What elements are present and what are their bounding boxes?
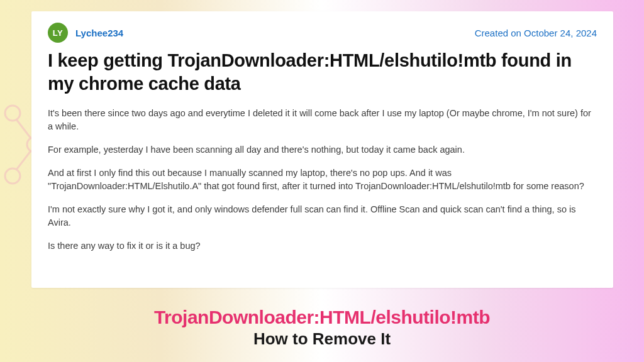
avatar[interactable]: LY [48, 23, 68, 43]
svg-line-3 [16, 119, 31, 138]
post-body: It's been there since two days ago and e… [48, 107, 597, 253]
post-paragraph: It's been there since two days ago and e… [48, 107, 597, 133]
banner-subtitle: How to Remove It [253, 329, 391, 349]
author-block: LY Lychee234 [48, 23, 123, 43]
post-paragraph: And at first I only find this out becaus… [48, 167, 597, 193]
post-header: LY Lychee234 Created on October 24, 2024 [48, 23, 597, 43]
forum-post-card: LY Lychee234 Created on October 24, 2024… [31, 11, 613, 288]
banner-threat-name: TrojanDownloader:HTML/elshutilo!mtb [154, 307, 490, 328]
article-banner: TrojanDownloader:HTML/elshutilo!mtb How … [0, 293, 644, 362]
svg-point-2 [5, 168, 20, 184]
post-paragraph: I'm not exactly sure why I got it, and o… [48, 203, 597, 229]
svg-line-4 [16, 151, 31, 170]
created-date: Created on October 24, 2024 [475, 28, 597, 38]
post-paragraph: For example, yesterday I have been scann… [48, 143, 597, 156]
post-title: I keep getting TrojanDownloader:HTML/els… [48, 49, 597, 96]
post-paragraph: Is there any way to fix it or is it a bu… [48, 239, 597, 253]
author-name-link[interactable]: Lychee234 [75, 28, 123, 38]
svg-point-0 [5, 106, 20, 121]
